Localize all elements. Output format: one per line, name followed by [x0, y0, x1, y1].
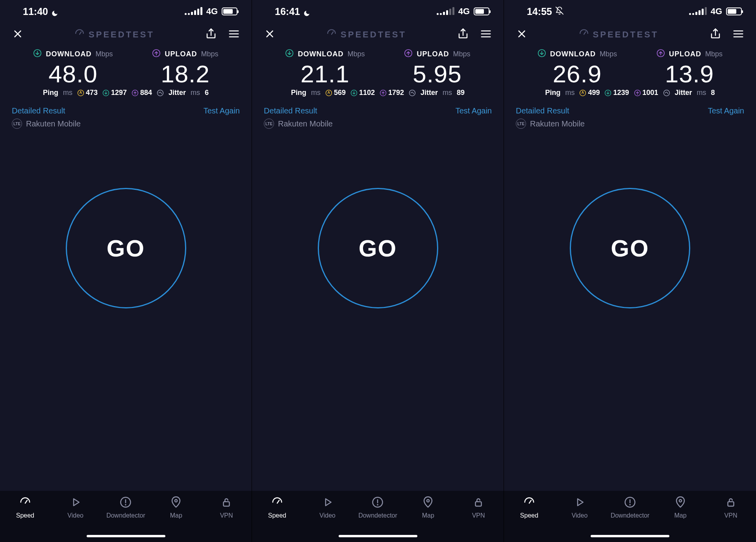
- play-icon: [574, 496, 586, 510]
- download-arrow-icon: [33, 49, 42, 59]
- jitter-label: Jitter: [421, 89, 438, 97]
- ms-unit: ms: [191, 89, 200, 97]
- network-type: 4G: [206, 6, 218, 17]
- unit-label: Mbps: [453, 50, 470, 58]
- download-arrow-icon: [537, 49, 546, 59]
- carrier-name: Rakuten Mobile: [530, 119, 585, 128]
- jitter-icon: [157, 89, 164, 97]
- home-indicator[interactable]: [87, 535, 165, 537]
- test-again-link[interactable]: Test Again: [708, 106, 744, 115]
- ping-row: Ping ms 499 1239 1001 Jitter ms 8: [504, 89, 756, 97]
- svg-marker-6: [74, 499, 79, 506]
- detailed-result-link[interactable]: Detailed Result: [516, 106, 569, 115]
- svg-point-5: [158, 90, 163, 96]
- tab-downdetector[interactable]: Downdetector: [606, 496, 654, 519]
- upload-label: UPLOAD: [165, 50, 197, 58]
- detailed-result-link[interactable]: Detailed Result: [264, 106, 317, 115]
- tab-downdetector[interactable]: Downdetector: [354, 496, 401, 519]
- svg-rect-10: [224, 502, 230, 506]
- battery-icon: [474, 7, 489, 15]
- hamburger-menu-icon[interactable]: [480, 28, 492, 41]
- speedtest-screen-1: 16:41 4G SPEEDTEST: [252, 0, 504, 542]
- app-title: SPEEDTEST: [74, 28, 154, 41]
- detailed-result-link[interactable]: Detailed Result: [12, 106, 65, 115]
- tab-map[interactable]: Map: [152, 496, 200, 519]
- tab-map[interactable]: Map: [657, 496, 704, 519]
- upload-arrow-icon: [152, 49, 161, 59]
- carrier-name: Rakuten Mobile: [278, 119, 333, 128]
- hamburger-menu-icon[interactable]: [228, 28, 240, 41]
- status-bar: 16:41 4G: [252, 0, 504, 23]
- ping-label: Ping: [43, 89, 58, 97]
- download-value: 26.9: [537, 60, 617, 88]
- dnd-moon-icon: [303, 8, 310, 15]
- close-icon[interactable]: [516, 28, 528, 41]
- share-icon[interactable]: [205, 28, 217, 41]
- upload-metric: UPLOAD Mbps 5.95: [404, 49, 470, 88]
- home-indicator[interactable]: [591, 535, 669, 537]
- status-bar: 11:40 4G: [0, 0, 252, 23]
- home-indicator[interactable]: [339, 535, 417, 537]
- unit-label: Mbps: [705, 50, 723, 58]
- app-header: SPEEDTEST: [252, 23, 504, 46]
- speed-gauge-icon: [271, 496, 283, 510]
- go-button[interactable]: GO: [66, 188, 186, 308]
- tab-video[interactable]: Video: [304, 496, 351, 519]
- svg-point-9: [175, 499, 177, 502]
- play-icon: [70, 496, 82, 510]
- alert-circle-icon: [372, 496, 384, 510]
- close-icon[interactable]: [264, 28, 276, 41]
- tab-speed[interactable]: Speed: [254, 496, 301, 519]
- tab-video[interactable]: Video: [52, 496, 99, 519]
- test-again-link[interactable]: Test Again: [456, 106, 492, 115]
- tab-vpn[interactable]: VPN: [455, 496, 502, 519]
- speedtest-screen-2: 14:55 4G SPEEDTEST: [504, 0, 756, 542]
- tab-vpn[interactable]: VPN: [707, 496, 754, 519]
- app-title-text: SPEEDTEST: [593, 30, 659, 40]
- download-value: 48.0: [33, 60, 113, 88]
- upload-arrow-icon: [404, 49, 413, 59]
- svg-marker-28: [578, 499, 583, 506]
- go-button[interactable]: GO: [318, 188, 438, 308]
- svg-point-16: [410, 90, 415, 96]
- speed-metrics: DOWNLOAD Mbps 21.1 UPLOAD Mbps 5.95: [252, 46, 504, 88]
- network-type: 4G: [458, 6, 470, 17]
- silent-bell-off-icon: [555, 6, 564, 17]
- upload-value: 5.95: [404, 60, 470, 88]
- svg-point-31: [679, 499, 682, 502]
- test-again-link[interactable]: Test Again: [204, 106, 240, 115]
- lte-badge-icon: LTE: [264, 119, 274, 129]
- download-metric: DOWNLOAD Mbps 48.0: [33, 49, 113, 88]
- ms-unit: ms: [311, 89, 321, 97]
- tab-video[interactable]: Video: [556, 496, 603, 519]
- tab-speed[interactable]: Speed: [506, 496, 553, 519]
- svg-point-27: [663, 90, 669, 96]
- share-icon[interactable]: [457, 28, 469, 41]
- status-bar: 14:55 4G: [504, 0, 756, 23]
- tab-vpn[interactable]: VPN: [203, 496, 250, 519]
- gauge-icon: [74, 28, 85, 41]
- ms-unit: ms: [63, 89, 72, 97]
- jitter-label: Jitter: [675, 89, 692, 97]
- share-icon[interactable]: [710, 28, 721, 41]
- cellular-signal-icon: [689, 8, 707, 15]
- cellular-signal-icon: [185, 8, 202, 15]
- svg-point-20: [427, 499, 429, 502]
- dnd-moon-icon: [51, 8, 58, 15]
- tab-map[interactable]: Map: [404, 496, 452, 519]
- ping-upload: 1001: [634, 89, 658, 97]
- carrier-row: LTE Rakuten Mobile: [0, 119, 252, 129]
- hamburger-menu-icon[interactable]: [732, 28, 744, 41]
- tab-speed[interactable]: Speed: [2, 496, 49, 519]
- tab-downdetector[interactable]: Downdetector: [102, 496, 149, 519]
- status-time: 11:40: [23, 6, 48, 17]
- speed-metrics: DOWNLOAD Mbps 48.0 UPLOAD Mbps 18.2: [0, 46, 252, 88]
- network-type: 4G: [711, 6, 722, 17]
- gauge-icon: [579, 28, 589, 41]
- tab-bar: Speed Video Downdetector Map VPN: [0, 491, 252, 542]
- ping-label: Ping: [545, 89, 560, 97]
- go-button[interactable]: GO: [570, 188, 690, 308]
- speedtest-screen-0: 11:40 4G SPEEDTEST: [0, 0, 252, 542]
- speed-metrics: DOWNLOAD Mbps 26.9 UPLOAD Mbps 13.9: [504, 46, 756, 88]
- close-icon[interactable]: [12, 28, 24, 41]
